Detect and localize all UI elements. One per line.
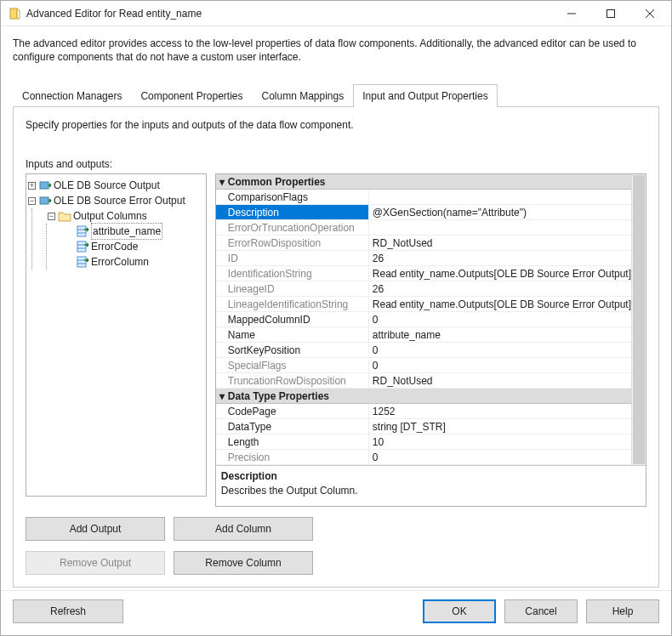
tree-node-source-output[interactable]: + OLE DB Source Output <box>28 178 204 193</box>
tree-label: ErrorCode <box>91 239 138 254</box>
prop-category-datatype[interactable]: ▾Data Type Properties <box>216 389 631 404</box>
remove-column-button[interactable]: Remove Column <box>174 551 313 575</box>
close-button[interactable] <box>630 1 669 26</box>
cancel-button[interactable]: Cancel <box>504 599 578 623</box>
tab-connection-managers[interactable]: Connection Managers <box>13 84 131 107</box>
io-label: Inputs and outputs: <box>26 158 646 170</box>
tree-label: OLE DB Source Output <box>54 178 160 193</box>
io-tree[interactable]: + OLE DB Source Output <box>26 173 207 497</box>
prop-row[interactable]: Length10 <box>216 434 631 450</box>
folder-icon <box>58 209 71 223</box>
svg-rect-6 <box>40 197 48 204</box>
prop-row[interactable]: Precision0 <box>216 450 631 465</box>
column-icon <box>76 240 89 253</box>
tree-label: ErrorColumn <box>91 254 149 270</box>
chevron-down-icon: ▾ <box>216 389 228 404</box>
tree-node-error-output[interactable]: − OLE DB Source Error Output <box>28 193 204 208</box>
svg-rect-2 <box>607 9 615 17</box>
prop-row[interactable]: SpecialFlags0 <box>216 358 631 373</box>
advanced-editor-window: Advanced Editor for Read entity_name The… <box>0 0 672 636</box>
output-icon <box>38 194 52 207</box>
refresh-button[interactable]: Refresh <box>13 599 123 623</box>
prop-row[interactable]: ErrorOrTruncationOperation <box>216 220 631 236</box>
tree-label: OLE DB Source Error Output <box>54 193 185 208</box>
property-panel: ▾Common Properties ComparisonFlags Descr… <box>215 173 646 506</box>
add-column-button[interactable]: Add Column <box>174 517 313 541</box>
io-instruction: Specify properties for the inputs and ou… <box>26 119 646 131</box>
tabs-container: Connection Managers Component Properties… <box>1 84 671 587</box>
prop-desc-text: Describes the Output Column. <box>221 484 641 497</box>
ok-button[interactable]: OK <box>423 599 496 623</box>
svg-rect-13 <box>77 257 86 267</box>
prop-row[interactable]: TruncationRowDispositionRD_NotUsed <box>216 373 631 389</box>
tree-leaf-errorcolumn[interactable]: ErrorColumn <box>62 254 204 270</box>
tree-node-output-columns[interactable]: − Output Columns <box>43 208 204 224</box>
dialog-footer: Refresh OK Cancel Help <box>1 590 671 635</box>
minimize-button[interactable] <box>552 1 591 26</box>
scrollbar-thumb[interactable] <box>633 175 645 464</box>
tree-label: Output Columns <box>73 208 147 224</box>
prop-row[interactable]: ErrorRowDispositionRD_NotUsed <box>216 236 631 251</box>
prop-row[interactable]: ID26 <box>216 251 631 266</box>
prop-row-description[interactable]: Description@XGenSection(name="Attribute"… <box>216 205 631 220</box>
chevron-down-icon: ▾ <box>216 174 228 190</box>
add-output-button[interactable]: Add Output <box>26 517 165 541</box>
tab-column-mappings[interactable]: Column Mappings <box>252 84 353 107</box>
prop-row[interactable]: CodePage1252 <box>216 404 631 419</box>
titlebar: Advanced Editor for Read entity_name <box>1 1 671 26</box>
prop-row[interactable]: MappedColumnID0 <box>216 312 631 327</box>
remove-output-button[interactable]: Remove Output <box>26 551 165 575</box>
tab-bar: Connection Managers Component Properties… <box>13 84 659 107</box>
column-icon <box>76 224 89 238</box>
tree-leaf-errorcode[interactable]: ErrorCode <box>62 239 204 254</box>
tab-component-properties[interactable]: Component Properties <box>131 84 252 107</box>
svg-rect-10 <box>77 241 86 252</box>
window-controls <box>552 1 669 26</box>
app-icon <box>8 7 21 20</box>
prop-row[interactable]: ComparisonFlags <box>216 190 631 205</box>
column-icon <box>76 255 89 269</box>
tree-leaf-attribute-name[interactable]: attribute_name <box>62 224 204 239</box>
svg-rect-7 <box>77 226 86 236</box>
prop-row[interactable]: LineageID26 <box>216 281 631 297</box>
property-description: Description Describes the Output Column. <box>216 465 646 505</box>
prop-row[interactable]: IdentificationStringRead entity_name.Out… <box>216 266 631 281</box>
prop-row[interactable]: SortKeyPosition0 <box>216 343 631 358</box>
prop-row[interactable]: DataTypestring [DT_STR] <box>216 419 631 434</box>
window-title: Advanced Editor for Read entity_name <box>26 8 552 20</box>
prop-category-common[interactable]: ▾Common Properties <box>216 174 631 190</box>
svg-rect-0 <box>10 9 17 19</box>
tree-label: attribute_name <box>91 223 162 240</box>
maximize-button[interactable] <box>591 1 630 26</box>
editor-description: The advanced editor provides access to t… <box>1 26 671 69</box>
prop-row[interactable]: LineageIdentificationStringRead entity_n… <box>216 297 631 312</box>
tab-io-properties[interactable]: Input and Output Properties <box>353 84 497 107</box>
svg-rect-5 <box>40 182 48 189</box>
prop-desc-title: Description <box>221 469 641 483</box>
output-icon <box>38 179 52 192</box>
prop-row[interactable]: Nameattribute_name <box>216 327 631 343</box>
property-scrollbar[interactable] <box>631 174 646 465</box>
tab-panel-io: Specify properties for the inputs and ou… <box>13 107 659 587</box>
property-grid[interactable]: ▾Common Properties ComparisonFlags Descr… <box>216 174 631 465</box>
help-button[interactable]: Help <box>586 599 659 623</box>
